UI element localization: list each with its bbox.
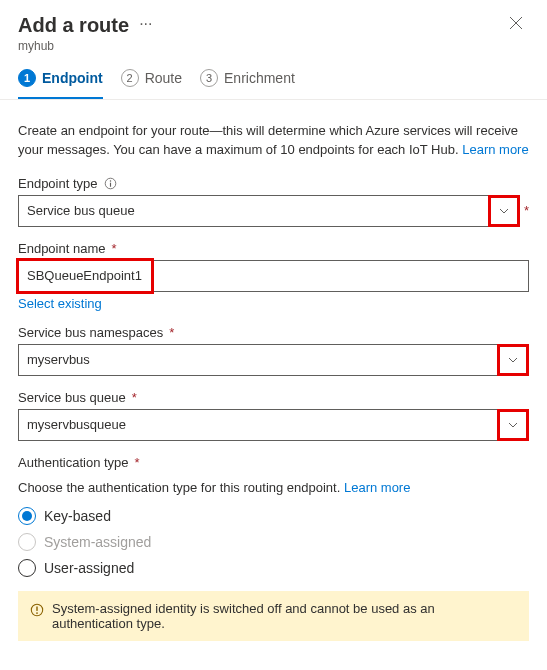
tab-endpoint[interactable]: 1 Endpoint xyxy=(18,69,103,99)
label-endpoint-name: Endpoint name * xyxy=(18,241,529,256)
field-sb-namespace: Service bus namespaces * myservbus xyxy=(18,325,529,376)
tab-num-1: 1 xyxy=(18,69,36,87)
endpoint-name-input[interactable]: SBQueueEndpoint1 xyxy=(18,260,529,292)
select-existing-link[interactable]: Select existing xyxy=(18,296,102,311)
required-marker: * xyxy=(111,241,116,256)
input-value: SBQueueEndpoint1 xyxy=(27,268,142,283)
sb-queue-select[interactable]: myservbusqueue xyxy=(18,409,529,441)
chevron-down-icon xyxy=(498,410,528,440)
radio-label: System-assigned xyxy=(44,534,151,550)
svg-point-5 xyxy=(36,612,38,614)
radio-system-assigned: System-assigned xyxy=(18,533,529,551)
chevron-down-icon xyxy=(498,345,528,375)
auth-description: Choose the authentication type for this … xyxy=(18,480,529,495)
learn-more-link[interactable]: Learn more xyxy=(462,142,528,157)
required-marker: * xyxy=(132,390,137,405)
more-icon[interactable]: ··· xyxy=(139,16,152,36)
field-sb-queue: Service bus queue * myservbusqueue xyxy=(18,390,529,441)
intro-body: Create an endpoint for your route—this w… xyxy=(18,123,518,157)
select-value: myservbus xyxy=(27,352,90,367)
required-marker: * xyxy=(135,455,140,470)
radio-icon xyxy=(18,533,36,551)
auth-radio-group: Key-based System-assigned User-assigned xyxy=(18,507,529,577)
label-text: Authentication type xyxy=(18,455,129,470)
chevron-down-icon xyxy=(489,196,519,226)
required-marker: * xyxy=(524,203,529,218)
svg-rect-4 xyxy=(36,606,37,610)
panel-title: Add a route xyxy=(18,14,129,37)
radio-label: Key-based xyxy=(44,508,111,524)
tab-label: Enrichment xyxy=(224,70,295,86)
endpoint-type-select[interactable]: Service bus queue xyxy=(18,195,520,227)
select-value: Service bus queue xyxy=(27,203,135,218)
content: Create an endpoint for your route—this w… xyxy=(0,100,547,641)
label-sb-queue: Service bus queue * xyxy=(18,390,529,405)
auth-desc-text: Choose the authentication type for this … xyxy=(18,480,344,495)
required-marker: * xyxy=(169,325,174,340)
warning-alert: System-assigned identity is switched off… xyxy=(18,591,529,641)
tab-label: Route xyxy=(145,70,182,86)
radio-user-assigned[interactable]: User-assigned xyxy=(18,559,529,577)
panel-header: Add a route ··· myhub xyxy=(0,0,547,53)
label-text: Endpoint type xyxy=(18,176,98,191)
wizard-tabs: 1 Endpoint 2 Route 3 Enrichment xyxy=(0,53,547,100)
label-text: Endpoint name xyxy=(18,241,105,256)
field-endpoint-name: Endpoint name * SBQueueEndpoint1 Select … xyxy=(18,241,529,311)
svg-point-1 xyxy=(109,180,110,181)
title-block: Add a route ··· myhub xyxy=(18,14,152,53)
panel-subtitle: myhub xyxy=(18,39,152,53)
tab-num-2: 2 xyxy=(121,69,139,87)
label-text: Service bus queue xyxy=(18,390,126,405)
radio-label: User-assigned xyxy=(44,560,134,576)
label-auth-type: Authentication type * xyxy=(18,455,529,470)
tab-enrichment[interactable]: 3 Enrichment xyxy=(200,69,295,99)
field-endpoint-type: Endpoint type Service bus queue * xyxy=(18,176,529,227)
radio-key-based[interactable]: Key-based xyxy=(18,507,529,525)
close-icon[interactable] xyxy=(503,14,529,36)
svg-rect-2 xyxy=(109,182,110,186)
select-value: myservbusqueue xyxy=(27,417,126,432)
label-sb-namespace: Service bus namespaces * xyxy=(18,325,529,340)
label-text: Service bus namespaces xyxy=(18,325,163,340)
warning-icon xyxy=(30,603,44,617)
field-auth-type: Authentication type * xyxy=(18,455,529,470)
info-icon[interactable] xyxy=(104,177,117,190)
tab-route[interactable]: 2 Route xyxy=(121,69,182,99)
label-endpoint-type: Endpoint type xyxy=(18,176,529,191)
tab-num-3: 3 xyxy=(200,69,218,87)
alert-text: System-assigned identity is switched off… xyxy=(52,601,517,631)
radio-icon xyxy=(18,507,36,525)
title-row: Add a route ··· xyxy=(18,14,152,37)
radio-icon xyxy=(18,559,36,577)
sb-namespace-select[interactable]: myservbus xyxy=(18,344,529,376)
auth-learn-more-link[interactable]: Learn more xyxy=(344,480,410,495)
intro-text: Create an endpoint for your route—this w… xyxy=(18,122,529,160)
tab-label: Endpoint xyxy=(42,70,103,86)
